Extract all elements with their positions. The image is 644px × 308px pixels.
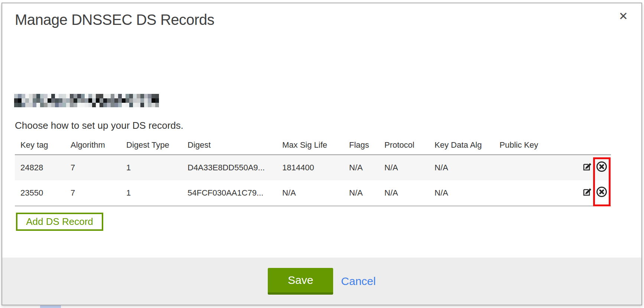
cell-protocol: N/A xyxy=(379,180,429,206)
cell-digest: 54FCF030AA1C79... xyxy=(182,180,277,206)
cell-digest-type: 1 xyxy=(121,180,182,206)
edit-icon[interactable] xyxy=(582,162,592,174)
col-header-actions xyxy=(574,135,611,155)
col-header-flags: Flags xyxy=(344,135,379,155)
cell-key-data-alg: N/A xyxy=(429,155,494,180)
col-header-public-key: Public Key xyxy=(494,135,574,155)
cell-key-data-alg: N/A xyxy=(429,180,494,206)
cell-max-sig-life: 1814400 xyxy=(277,155,344,180)
save-button[interactable]: Save xyxy=(268,268,333,295)
cell-digest-type: 1 xyxy=(121,155,182,180)
col-header-protocol: Protocol xyxy=(379,135,429,155)
cell-algorithm: 7 xyxy=(65,155,121,180)
ds-records-table: Key tag Algorithm Digest Type Digest Max… xyxy=(15,135,611,206)
cell-protocol: N/A xyxy=(379,155,429,180)
cell-actions xyxy=(574,155,611,180)
cell-key-tag: 24828 xyxy=(15,155,65,180)
col-header-algorithm: Algorithm xyxy=(65,135,121,155)
col-header-max-sig-life: Max Sig Life xyxy=(277,135,344,155)
delete-icon[interactable] xyxy=(596,186,607,200)
cell-algorithm: 7 xyxy=(65,180,121,206)
close-icon[interactable]: ✕ xyxy=(617,9,630,23)
cell-digest: D4A33E8DD550A9... xyxy=(182,155,277,180)
cancel-link[interactable]: Cancel xyxy=(341,275,375,288)
col-header-key-data-alg: Key Data Alg xyxy=(429,135,494,155)
col-header-key-tag: Key tag xyxy=(15,135,65,155)
edit-icon[interactable] xyxy=(582,187,592,199)
delete-icon[interactable] xyxy=(596,161,607,174)
modal-title: Manage DNSSEC DS Records xyxy=(15,12,214,28)
cell-flags: N/A xyxy=(344,155,379,180)
table-row: 24828 7 1 D4A33E8DD550A9... 1814400 N/A … xyxy=(15,155,611,180)
cell-flags: N/A xyxy=(344,180,379,206)
cell-max-sig-life: N/A xyxy=(277,180,344,206)
table-row: 23550 7 1 54FCF030AA1C79... N/A N/A N/A … xyxy=(15,180,611,206)
modal-footer: Save Cancel xyxy=(2,258,641,305)
table-header-row: Key tag Algorithm Digest Type Digest Max… xyxy=(15,135,611,155)
cell-actions xyxy=(574,180,611,206)
col-header-digest-type: Digest Type xyxy=(121,135,182,155)
cell-public-key xyxy=(494,180,574,206)
redacted-domain-image xyxy=(14,94,159,107)
cell-public-key xyxy=(494,155,574,180)
cell-key-tag: 23550 xyxy=(15,180,65,206)
add-ds-record-button[interactable]: Add DS Record xyxy=(16,213,103,231)
manage-dnssec-modal: Manage DNSSEC DS Records ✕ Choose how to… xyxy=(1,3,642,305)
modal-subtitle: Choose how to set up your DS records. xyxy=(15,120,183,131)
col-header-digest: Digest xyxy=(182,135,277,155)
